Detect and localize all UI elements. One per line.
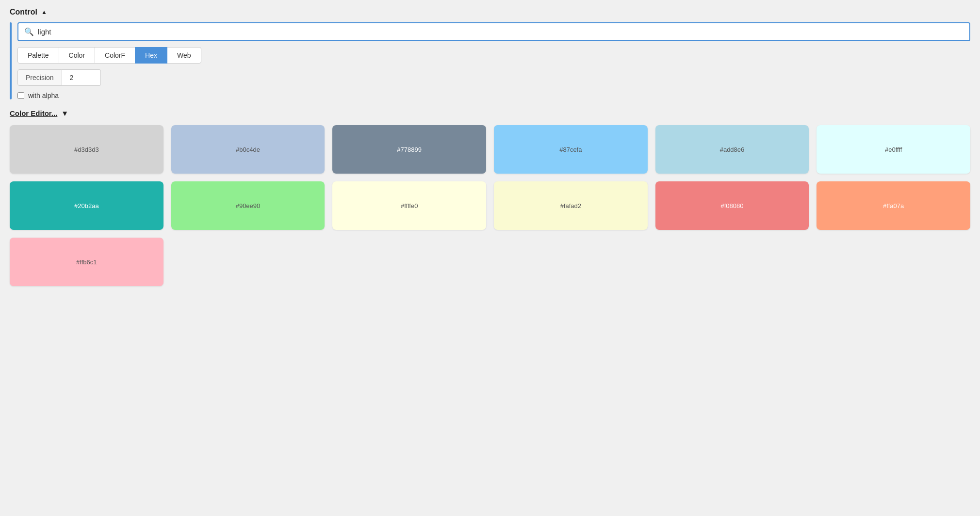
tab-color[interactable]: Color bbox=[59, 47, 95, 64]
color-swatch[interactable]: #87cefa bbox=[494, 125, 648, 174]
control-header: Control ▲ bbox=[10, 8, 970, 16]
with-alpha-checkbox[interactable] bbox=[17, 92, 24, 99]
precision-row: Precision bbox=[17, 69, 970, 86]
color-swatch[interactable]: #20b2aa bbox=[10, 181, 163, 230]
control-title: Control bbox=[10, 8, 37, 16]
search-input[interactable] bbox=[38, 28, 964, 36]
control-content: 🔍 Palette Color ColorF Hex Web Precision… bbox=[17, 22, 970, 99]
color-swatch[interactable]: #778899 bbox=[332, 125, 486, 174]
color-swatch[interactable]: #add8e6 bbox=[655, 125, 809, 174]
tab-palette[interactable]: Palette bbox=[17, 47, 59, 64]
with-alpha-label: with alpha bbox=[28, 92, 59, 99]
color-swatch[interactable]: #d3d3d3 bbox=[10, 125, 163, 174]
color-swatch[interactable]: #e0ffff bbox=[817, 125, 970, 174]
color-swatch[interactable]: #f08080 bbox=[655, 181, 809, 230]
tab-colorf[interactable]: ColorF bbox=[95, 47, 135, 64]
color-swatch[interactable]: #fafad2 bbox=[494, 181, 648, 230]
color-swatch[interactable]: #90ee90 bbox=[171, 181, 325, 230]
tab-hex[interactable]: Hex bbox=[135, 47, 167, 64]
color-swatch[interactable]: #ffffe0 bbox=[332, 181, 486, 230]
tab-web[interactable]: Web bbox=[167, 47, 201, 64]
search-icon: 🔍 bbox=[24, 27, 34, 36]
color-swatch[interactable]: #ffa07a bbox=[817, 181, 970, 230]
control-collapse-arrow[interactable]: ▲ bbox=[41, 9, 47, 16]
color-swatch[interactable]: #ffb6c1 bbox=[10, 238, 163, 286]
color-grid: #d3d3d3#b0c4de#778899#87cefa#add8e6#e0ff… bbox=[10, 125, 970, 286]
color-editor-label: Color Editor... bbox=[10, 109, 57, 117]
color-editor-arrow: ▼ bbox=[61, 109, 68, 117]
precision-input[interactable] bbox=[62, 69, 101, 86]
color-editor-header[interactable]: Color Editor... ▼ bbox=[10, 109, 970, 117]
search-box: 🔍 bbox=[17, 22, 970, 41]
precision-label: Precision bbox=[17, 69, 62, 86]
alpha-row: with alpha bbox=[17, 92, 970, 99]
tabs-row: Palette Color ColorF Hex Web bbox=[17, 47, 970, 64]
color-swatch[interactable]: #b0c4de bbox=[171, 125, 325, 174]
control-panel: 🔍 Palette Color ColorF Hex Web Precision… bbox=[10, 22, 970, 99]
left-border-accent bbox=[10, 22, 12, 99]
